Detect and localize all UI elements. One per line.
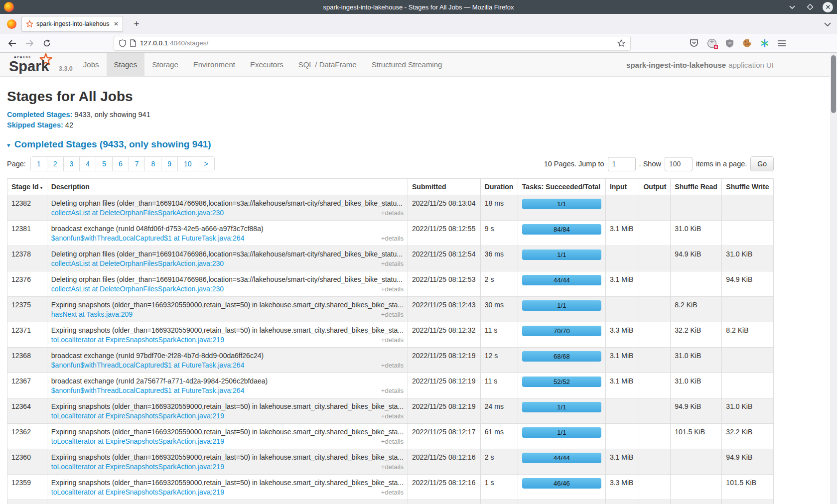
url-text: 127.0.0.1:4040/stages/ xyxy=(140,39,613,47)
stage-detail-link[interactable]: collectAsList at DeleteOrphanFilesSparkA… xyxy=(51,259,224,268)
page-button-3[interactable]: 3 xyxy=(63,157,80,171)
nav-item-structured-streaming[interactable]: Structured Streaming xyxy=(364,53,450,76)
shuffle-read-size: 31.0 KiB xyxy=(675,223,717,234)
details-toggle[interactable]: +details xyxy=(381,386,404,395)
details-toggle[interactable]: +details xyxy=(381,437,404,446)
details-toggle[interactable]: +details xyxy=(381,462,404,472)
stage-description: broadcast exchange (runId 2a75677f-a771-… xyxy=(51,376,404,386)
stage-detail-link[interactable]: collectAsList at DeleteOrphanFilesSparkA… xyxy=(51,284,224,294)
stage-id: 12359 xyxy=(11,477,43,488)
stage-detail-link[interactable]: $anonfun$withThreadLocalCaptured$1 at Fu… xyxy=(51,234,245,243)
nav-item-stages[interactable]: Stages xyxy=(107,53,145,76)
page-button-9[interactable]: 9 xyxy=(161,157,177,171)
completed-stages-section-toggle[interactable]: ▾ Completed Stages (9433, only showing 9… xyxy=(7,139,774,150)
stage-id: 12371 xyxy=(11,325,43,335)
minimize-button[interactable] xyxy=(787,1,798,12)
stage-detail-link[interactable]: toLocalIterator at ExpireSnapshotsSparkA… xyxy=(51,335,224,345)
column-header-duration[interactable]: Duration xyxy=(480,179,518,195)
stage-detail-link[interactable]: collectAsList at DeleteOrphanFilesSparkA… xyxy=(51,208,224,218)
ublock-origin-icon[interactable]: U0 xyxy=(725,39,734,48)
column-header-shuffle-read[interactable]: Shuffle Read xyxy=(671,179,722,195)
back-button[interactable] xyxy=(8,40,16,47)
column-header-submitted[interactable]: Submitted xyxy=(408,179,481,195)
details-toggle[interactable]: +details xyxy=(381,310,404,319)
page-button-7[interactable]: 7 xyxy=(129,157,145,171)
column-header-stage-id[interactable]: Stage Id▾ xyxy=(7,179,47,195)
page-button-6[interactable]: 6 xyxy=(112,157,129,171)
forward-button[interactable] xyxy=(25,40,34,47)
page-scrollbar[interactable] xyxy=(830,53,837,504)
nav-item-jobs[interactable]: Jobs xyxy=(76,53,107,76)
stage-description: Expiring snapshots (older_than=166932055… xyxy=(51,325,404,335)
stage-description: Expiring snapshots (older_than=166932055… xyxy=(51,426,404,437)
stage-detail-link[interactable]: $anonfun$withThreadLocalCaptured$1 at Fu… xyxy=(51,386,245,395)
details-toggle[interactable]: +details xyxy=(381,284,404,294)
browser-tab[interactable]: spark-ingest-into-lakehous ✕ xyxy=(21,16,123,32)
details-toggle[interactable]: +details xyxy=(381,335,404,345)
stage-detail-link[interactable]: toLocalIterator at ExpireSnapshotsSparkA… xyxy=(51,411,224,421)
page-label: Page: xyxy=(7,160,26,168)
pocket-icon[interactable] xyxy=(690,39,698,47)
nav-item-executors[interactable]: Executors xyxy=(243,53,291,76)
details-toggle[interactable]: +details xyxy=(381,411,404,421)
stage-row-12376: 12376Deleting orphan files (older_than=1… xyxy=(7,271,774,297)
new-tab-button[interactable]: + xyxy=(130,18,143,29)
extension-disabled-icon[interactable] xyxy=(707,38,717,48)
table-header-row: Stage Id▾DescriptionSubmittedDurationTas… xyxy=(7,179,774,195)
nav-item-sql-dataframe[interactable]: SQL / DataFrame xyxy=(291,53,364,76)
asterisk-extension-icon[interactable] xyxy=(760,39,769,48)
column-header-output[interactable]: Output xyxy=(639,179,671,195)
column-header-description[interactable]: Description xyxy=(47,179,408,195)
tab-title: spark-ingest-into-lakehous xyxy=(36,20,111,27)
stage-detail-link[interactable]: toLocalIterator at ExpireSnapshotsSparkA… xyxy=(51,462,224,472)
stage-description: Expiring snapshots (older_than=166932055… xyxy=(51,299,404,310)
stage-detail-link[interactable]: $anonfun$withThreadLocalCaptured$1 at Fu… xyxy=(51,361,245,370)
shuffle-read-size: 101.5 KiB xyxy=(675,426,717,437)
url-bar[interactable]: 127.0.0.1:4040/stages/ xyxy=(114,36,631,51)
stage-description: broadcast exchange (runId 048fd06f-d753-… xyxy=(51,223,404,234)
jump-to-page-input[interactable] xyxy=(608,157,636,171)
reload-button[interactable] xyxy=(43,39,51,47)
maximize-button[interactable] xyxy=(805,1,816,12)
details-toggle[interactable]: +details xyxy=(381,259,404,268)
nav-item-storage[interactable]: Storage xyxy=(144,53,186,76)
firefox-view-icon[interactable] xyxy=(7,19,16,29)
menu-hamburger-icon[interactable] xyxy=(778,40,786,46)
pages-summary: 10 Pages. Jump to xyxy=(544,160,604,168)
page-button-5[interactable]: 5 xyxy=(96,157,112,171)
stage-detail-link[interactable]: toLocalIterator at ExpireSnapshotsSparkA… xyxy=(51,437,224,446)
go-button[interactable]: Go xyxy=(750,156,774,171)
stage-detail-link[interactable]: toLocalIterator at ExpireSnapshotsSparkA… xyxy=(51,488,224,497)
list-all-tabs-icon[interactable] xyxy=(824,22,831,26)
stage-detail-link[interactable]: hasNext at Tasks.java:209 xyxy=(51,310,133,319)
column-header-shuffle-write[interactable]: Shuffle Write xyxy=(722,179,774,195)
submitted-time: 2022/11/25 08:12:43 xyxy=(412,299,476,310)
page-button-8[interactable]: 8 xyxy=(144,157,161,171)
shuffle-write-size: 31.0 KiB xyxy=(726,249,769,259)
bookmark-star-icon[interactable] xyxy=(617,39,625,47)
close-button[interactable] xyxy=(823,2,833,12)
spark-logo[interactable]: APACHE Spark 3.3.0 xyxy=(0,53,76,76)
details-toggle[interactable]: +details xyxy=(381,208,404,218)
column-header-tasks-succeeded-total[interactable]: Tasks: Succeeded/Total xyxy=(518,179,605,195)
page-info-icon[interactable] xyxy=(130,39,136,47)
stage-row-12382: 12382Deleting orphan files (older_than=1… xyxy=(7,195,774,221)
page-button-10[interactable]: 10 xyxy=(177,157,198,171)
column-header-input[interactable]: Input xyxy=(605,179,639,195)
scrollbar-thumb[interactable] xyxy=(831,55,836,113)
next-page-button[interactable]: > xyxy=(198,157,214,171)
tab-close-icon[interactable]: ✕ xyxy=(114,20,119,27)
page-button-2[interactable]: 2 xyxy=(47,157,63,171)
details-toggle[interactable]: +details xyxy=(381,234,404,243)
items-per-page-input[interactable] xyxy=(665,157,693,171)
nav-item-environment[interactable]: Environment xyxy=(186,53,243,76)
stages-table: Stage Id▾DescriptionSubmittedDurationTas… xyxy=(7,178,774,504)
page-button-1[interactable]: 1 xyxy=(31,157,47,171)
details-toggle[interactable]: +details xyxy=(381,361,404,370)
cookie-extension-icon[interactable] xyxy=(742,38,752,48)
page-button-4[interactable]: 4 xyxy=(79,157,96,171)
input-size: 3.1 MiB xyxy=(610,452,635,462)
tracking-protection-shield-icon[interactable] xyxy=(119,39,126,47)
details-toggle[interactable]: +details xyxy=(381,488,404,497)
input-size xyxy=(610,249,635,250)
